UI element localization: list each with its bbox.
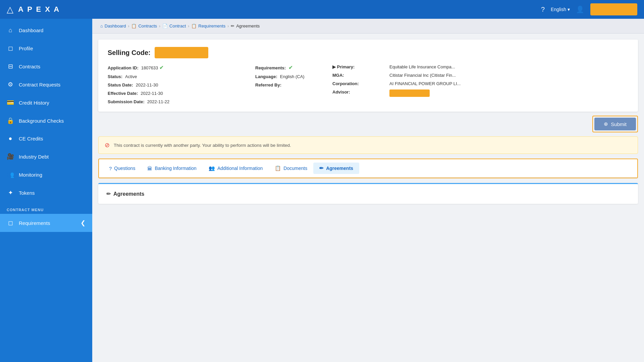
application-id-row: Application ID: 1807633 ✔ bbox=[108, 64, 181, 71]
advisor-value-row bbox=[389, 89, 629, 97]
tab-questions[interactable]: ? Questions bbox=[103, 163, 141, 174]
mga-value: Citistar Financial Inc (Citistar Fin... bbox=[389, 73, 456, 78]
additional-tab-label: Additional Information bbox=[217, 166, 263, 171]
mga-label-row: MGA: bbox=[332, 73, 389, 78]
advisor-label-row: Advisor: bbox=[332, 89, 389, 95]
dashboard-icon: ⌂ bbox=[7, 27, 14, 34]
submit-icon: ⊕ bbox=[604, 121, 608, 127]
language-selector[interactable]: English ▾ bbox=[551, 7, 570, 12]
logo-text: A P E X A bbox=[18, 5, 60, 14]
sidebar-item-label: Contract Requests bbox=[19, 82, 60, 87]
sidebar-item-label: Background Checks bbox=[19, 118, 64, 124]
sidebar-item-contracts[interactable]: ⊟ Contracts bbox=[0, 57, 92, 75]
warning-icon: ⊘ bbox=[105, 141, 110, 149]
advisor-value bbox=[389, 89, 430, 97]
selling-code-row: Selling Code: bbox=[108, 47, 629, 58]
breadcrumb-sep-1: › bbox=[128, 24, 129, 28]
requirements-icon: ◻ bbox=[7, 219, 14, 227]
submission-date-label: Submission Date: bbox=[108, 99, 145, 104]
warning-banner: ⊘ This contract is currently with anothe… bbox=[98, 136, 638, 154]
language-label: English bbox=[551, 7, 566, 12]
sidebar-item-industry-debt[interactable]: 🎥 Industry Debt bbox=[0, 147, 92, 166]
breadcrumb-contract[interactable]: 📄 Contract bbox=[162, 23, 186, 28]
sidebar-item-requirements[interactable]: ◻ Requirements ❮ bbox=[0, 214, 92, 232]
status-date-row: Status Date: 2022-11-30 bbox=[108, 82, 181, 87]
sidebar-item-background-checks[interactable]: 🔒 Background Checks bbox=[0, 112, 92, 130]
documents-tab-label: Documents bbox=[283, 166, 307, 171]
credit-history-icon: 💳 bbox=[7, 99, 14, 106]
tokens-icon: ✦ bbox=[7, 189, 14, 196]
contract-details-grid: Application ID: 1807633 ✔ Status: Active… bbox=[108, 64, 629, 104]
submission-date-row: Submission Date: 2022-11-22 bbox=[108, 99, 181, 104]
sidebar-item-label: Contracts bbox=[19, 64, 40, 69]
tab-documents[interactable]: 📋 Documents bbox=[269, 163, 313, 174]
user-icon: 👤 bbox=[576, 5, 584, 13]
referred-by-label: Referred By: bbox=[255, 82, 281, 87]
sidebar-item-dashboard[interactable]: ⌂ Dashboard bbox=[0, 21, 92, 39]
breadcrumb-contracts[interactable]: 📋 Contracts bbox=[131, 23, 157, 28]
breadcrumb-dashboard-icon: ⌂ bbox=[100, 23, 103, 28]
breadcrumb-requirements[interactable]: 📋 Requirements bbox=[191, 23, 225, 28]
warning-message: This contract is currently with another … bbox=[114, 143, 291, 148]
sidebar-item-credit-history[interactable]: 💳 Credit History bbox=[0, 94, 92, 112]
referred-by-row: Referred By: bbox=[255, 82, 329, 87]
breadcrumb-sep-2: › bbox=[159, 24, 160, 28]
status-label: Status: bbox=[108, 74, 122, 79]
monitoring-icon: 👥 bbox=[7, 171, 14, 178]
info-col-2 bbox=[181, 64, 255, 104]
documents-tab-icon: 📋 bbox=[275, 165, 281, 171]
help-icon[interactable]: ? bbox=[541, 6, 545, 13]
tabs-bar: ? Questions 🏛 Banking Information 👥 Addi… bbox=[99, 159, 637, 178]
sidebar-item-contract-requests[interactable]: ⚙ Contract Requests bbox=[0, 75, 92, 94]
breadcrumb: ⌂ Dashboard › 📋 Contracts › 📄 Contract ›… bbox=[92, 19, 644, 34]
sidebar-item-tokens[interactable]: ✦ Tokens bbox=[0, 184, 92, 202]
tab-additional-information[interactable]: 👥 Additional Information bbox=[203, 163, 269, 174]
tab-agreements[interactable]: ✏ Agreements bbox=[313, 163, 359, 174]
top-navigation: △ A P E X A ? English ▾ 👤 bbox=[0, 0, 644, 19]
info-col-3: Requirements: ✔ Language: English (CA) R… bbox=[255, 64, 329, 104]
contract-info-card: Selling Code: Application ID: 1807633 ✔ … bbox=[98, 40, 638, 112]
agreements-section-icon: ✏ bbox=[106, 191, 111, 197]
ce-credits-icon: ● bbox=[7, 135, 14, 142]
advisor-label: Advisor: bbox=[332, 89, 350, 95]
primary-label: ▶ Primary: bbox=[332, 64, 355, 69]
sidebar-item-monitoring[interactable]: 👥 Monitoring bbox=[0, 166, 92, 184]
user-button[interactable] bbox=[590, 3, 637, 15]
questions-tab-label: Questions bbox=[114, 166, 135, 171]
agreements-tab-icon: ✏ bbox=[319, 165, 324, 171]
sidebar-item-label: Tokens bbox=[19, 190, 35, 196]
breadcrumb-dashboard[interactable]: ⌂ Dashboard bbox=[100, 23, 126, 28]
effective-date-row: Effective Date: 2022-11-30 bbox=[108, 91, 181, 96]
tab-banking-information[interactable]: 🏛 Banking Information bbox=[141, 163, 203, 174]
corporation-label: Corporation: bbox=[332, 81, 359, 86]
primary-value: Equitable Life Insurance Compa... bbox=[389, 64, 455, 69]
sidebar-item-label: Dashboard bbox=[19, 27, 43, 33]
contracts-icon: ⊟ bbox=[7, 63, 14, 70]
banking-tab-icon: 🏛 bbox=[147, 166, 152, 171]
language-dropdown-icon: ▾ bbox=[568, 7, 570, 12]
requirements-check-icon: ✔ bbox=[288, 64, 293, 71]
info-col-4: ▶ Primary: MGA: Corporation: Advisor: bbox=[329, 64, 389, 104]
submission-date-value: 2022-11-22 bbox=[147, 99, 170, 104]
sidebar-item-ce-credits[interactable]: ● CE Credits bbox=[0, 130, 92, 147]
language-label: Language: bbox=[255, 74, 277, 79]
sidebar-item-profile[interactable]: ◻ Profile bbox=[0, 39, 92, 57]
submit-button-wrapper: ⊕ Submit bbox=[592, 116, 638, 132]
profile-icon: ◻ bbox=[7, 45, 14, 52]
submit-label: Submit bbox=[611, 121, 627, 127]
sidebar-item-label: Industry Debt bbox=[19, 154, 49, 160]
submit-area: ⊕ Submit bbox=[92, 112, 644, 136]
agreements-tab-label: Agreements bbox=[326, 166, 353, 171]
main-content: ⌂ Dashboard › 📋 Contracts › 📄 Contract ›… bbox=[92, 19, 644, 362]
corporation-value-row: AI FINANCIAL POWER GROUP LI... bbox=[389, 81, 629, 86]
contract-requests-icon: ⚙ bbox=[7, 81, 14, 88]
submit-button[interactable]: ⊕ Submit bbox=[594, 118, 636, 130]
breadcrumb-agreements-icon: ✏ bbox=[231, 23, 234, 28]
primary-value-row: Equitable Life Insurance Compa... bbox=[389, 64, 629, 69]
sidebar-item-label: Monitoring bbox=[19, 172, 42, 178]
sidebar: ⌂ Dashboard ◻ Profile ⊟ Contracts ⚙ Cont… bbox=[0, 19, 92, 362]
logo-area: △ A P E X A bbox=[7, 4, 60, 15]
breadcrumb-sep-4: › bbox=[227, 24, 229, 28]
corporation-label-row: Corporation: bbox=[332, 81, 389, 86]
selling-code-label: Selling Code: bbox=[108, 49, 151, 57]
